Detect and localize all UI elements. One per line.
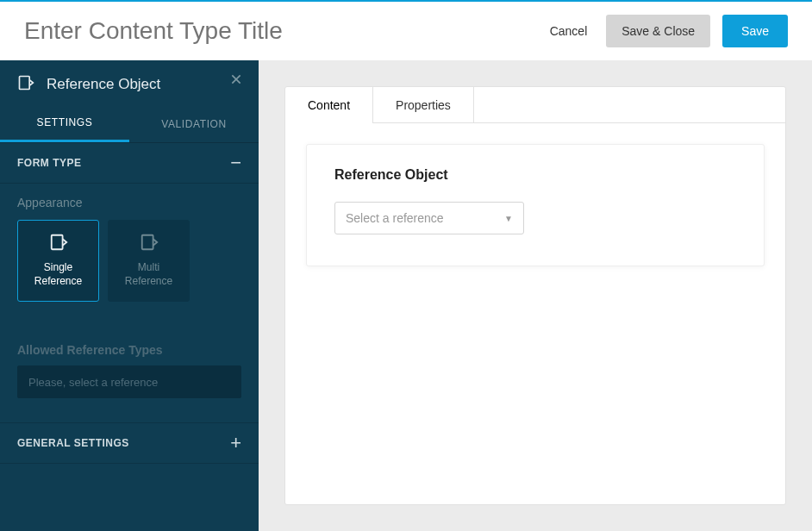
panel-tab-properties[interactable]: Properties (373, 87, 474, 123)
collapse-icon[interactable]: − (230, 157, 241, 169)
reference-icon (17, 74, 34, 95)
close-icon[interactable] (229, 72, 243, 91)
select-placeholder: Select a reference (346, 211, 444, 225)
chevron-down-icon: ▼ (504, 214, 513, 223)
svg-rect-2 (141, 235, 153, 250)
card-title: Reference Object (334, 167, 736, 183)
sidebar: Reference Object SETTINGS VALIDATION FOR… (0, 60, 259, 531)
svg-rect-1 (51, 235, 62, 250)
multi-reference-label: Multi Reference (125, 261, 172, 288)
allowed-types-input[interactable] (17, 365, 241, 398)
reference-card: Reference Object Select a reference ▼ (306, 144, 765, 266)
multi-reference-icon (140, 233, 159, 254)
panel-tab-content[interactable]: Content (285, 87, 373, 123)
multi-reference-card[interactable]: Multi Reference (108, 220, 190, 302)
appearance-label: Appearance (17, 196, 241, 209)
save-button[interactable]: Save (722, 15, 788, 47)
svg-rect-0 (20, 77, 30, 90)
single-reference-card[interactable]: Single Reference (17, 220, 99, 302)
tab-settings[interactable]: SETTINGS (0, 105, 129, 142)
main-area: Content Properties Reference Object Sele… (259, 60, 812, 531)
allowed-types-label: Allowed Reference Types (17, 343, 241, 357)
section-form-type: FORM TYPE (17, 157, 82, 169)
cancel-button[interactable]: Cancel (543, 16, 595, 47)
single-reference-label: Single Reference (34, 261, 82, 288)
section-general: GENERAL SETTINGS (17, 437, 129, 449)
reference-select[interactable]: Select a reference ▼ (334, 202, 524, 234)
save-close-button[interactable]: Save & Close (606, 15, 710, 47)
sidebar-title: Reference Object (47, 76, 160, 93)
expand-icon[interactable]: + (230, 437, 241, 449)
title-input[interactable] (24, 17, 543, 45)
tab-validation[interactable]: VALIDATION (129, 105, 259, 142)
single-reference-icon (49, 233, 68, 254)
